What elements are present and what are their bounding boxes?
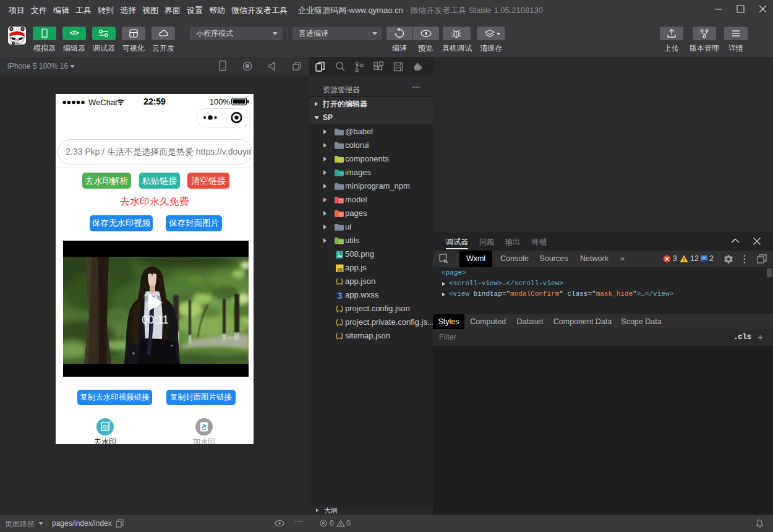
svg-text:印: 印: [103, 424, 108, 431]
svg-text:WeChat: WeChat: [88, 98, 117, 107]
svg-text:00:11: 00:11: [142, 314, 169, 326]
svg-text:3: 3: [337, 291, 342, 300]
svg-text:JS: JS: [337, 267, 343, 273]
